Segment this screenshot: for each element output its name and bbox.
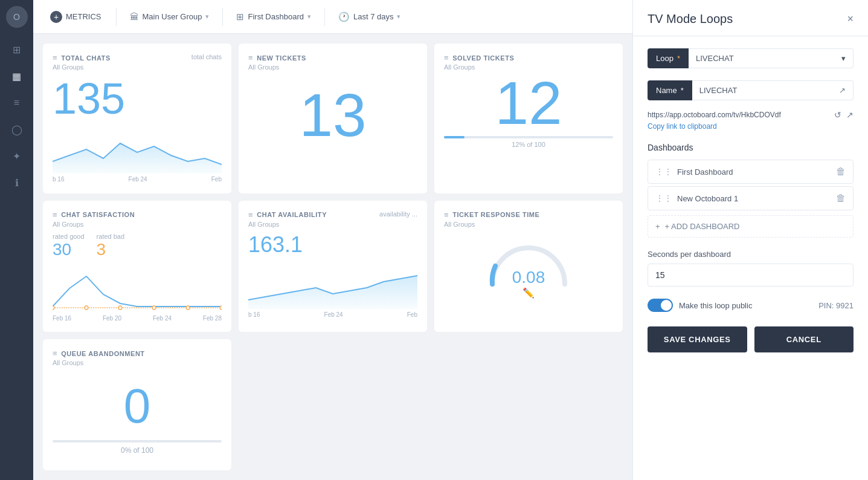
add-dashboard-button[interactable]: + + ADD DASHBOARD — [648, 215, 854, 238]
sidebar-icon-tools[interactable]: ✦ — [6, 145, 28, 167]
chevron-down-icon-3: ▾ — [397, 13, 400, 21]
dashboard-item-name: First Dashboard — [677, 167, 831, 177]
sidebar-icon-home[interactable]: ⊞ — [6, 39, 28, 60]
asterisk-icon: * — [677, 54, 680, 63]
dashboard-grid: ≡ TOTAL CHATS All Groups total chats 135 — [33, 34, 632, 480]
divider-1 — [116, 8, 117, 26]
date-labels: b 16 Feb 24 Feb — [248, 311, 417, 318]
svg-point-3 — [118, 306, 122, 310]
group-selector[interactable]: 🏛 Main User Group ▾ — [124, 8, 216, 25]
widget-title: ≡ NEW TICKETS — [248, 53, 417, 62]
widget-value: 0 — [53, 378, 222, 434]
gauge-container: 0.08 — [444, 233, 613, 293]
percent-text: 12% of 100 — [444, 141, 613, 148]
refresh-icon[interactable]: ↺ — [834, 110, 841, 120]
stat-good: rated good 30 — [53, 233, 85, 259]
cancel-button[interactable]: CANCEL — [754, 326, 854, 352]
line-chart-satisfaction — [53, 264, 222, 313]
widget-title: ≡ CHAT SATISFACTION — [53, 210, 222, 219]
loop-label: Loop * — [648, 48, 689, 68]
save-changes-button[interactable]: SAVE CHANGES — [648, 326, 747, 352]
link-url: https://app.octoboard.com/tv/HkbCDOVdf — [648, 111, 829, 119]
widget-title: ≡ TICKET RESPONSE TIME — [444, 210, 613, 219]
dashboard-item-1: ⋮⋮ First Dashboard 🗑 — [648, 160, 854, 184]
time-selector[interactable]: 🕐 Last 7 days ▾ — [332, 8, 407, 26]
sidebar: O ⊞ ▦ ≡ ◯ ✦ ℹ — [0, 0, 33, 480]
main-content: + METRICS 🏛 Main User Group ▾ ⊞ First Da… — [33, 0, 632, 480]
plus-icon: + — [50, 11, 62, 23]
time-label: Last 7 days — [353, 12, 394, 21]
public-row: Make this loop public PIN: 9921 — [648, 299, 854, 312]
toggle-wrap: Make this loop public — [648, 299, 752, 312]
name-input[interactable]: LIVECHAT ↗ — [692, 80, 854, 100]
dashboards-section-title: Dashboards — [648, 143, 854, 152]
svg-point-4 — [152, 306, 156, 310]
public-toggle[interactable] — [648, 299, 673, 312]
availability-icon: ≡ — [248, 210, 253, 219]
widget-title: ≡ SOLVED TICKETS — [444, 53, 613, 62]
widget-value: 163.1 — [248, 234, 417, 256]
solved-icon: ≡ — [444, 53, 449, 62]
widget-queue-abandonment: ≡ QUEUE ABANDONMENT All Groups 0 0% of 1… — [43, 339, 231, 470]
sidebar-icon-dashboard[interactable]: ▦ — [6, 65, 28, 87]
svg-point-2 — [85, 306, 88, 310]
widget-value: 135 — [53, 77, 222, 120]
drag-handle-icon[interactable]: ⋮⋮ — [655, 167, 672, 177]
divider-3 — [324, 8, 325, 26]
divider-2 — [222, 8, 223, 26]
name-row: Name * LIVECHAT ↗ — [648, 80, 854, 100]
panel-title: TV Mode Loops — [648, 12, 733, 26]
line-chart — [53, 125, 222, 174]
loop-select[interactable]: LIVECHAT ▾ — [689, 48, 854, 68]
make-public-label: Make this loop public — [679, 301, 752, 310]
widget-stats: rated good 30 rated bad 3 — [53, 233, 222, 259]
chart-area — [53, 264, 222, 313]
right-panel: TV Mode Loops × Loop * LIVECHAT ▾ Name *… — [632, 0, 868, 480]
action-row: SAVE CHANGES CANCEL — [648, 326, 854, 352]
dashboard-selector[interactable]: ⊞ First Dashboard ▾ — [230, 8, 317, 26]
widget-subtitle: All Groups — [444, 221, 613, 228]
close-button[interactable]: × — [847, 13, 854, 25]
drag-handle-icon-2[interactable]: ⋮⋮ — [655, 193, 672, 203]
svg-text:0.08: 0.08 — [512, 268, 545, 287]
widget-label: total chats — [191, 53, 222, 60]
chart-area — [248, 261, 417, 309]
chart-area — [53, 125, 222, 174]
seconds-input[interactable] — [648, 264, 854, 287]
topbar: + METRICS 🏛 Main User Group ▾ ⊞ First Da… — [33, 0, 632, 34]
widget-solved-tickets: ≡ SOLVED TICKETS All Groups 12 12% of 10… — [434, 44, 623, 193]
queue-icon: ≡ — [53, 349, 57, 358]
widget-value: 12 — [495, 73, 562, 133]
copy-link-button[interactable]: Copy link to clipboard — [648, 122, 854, 131]
widget-new-tickets: ≡ NEW TICKETS All Groups 13 — [239, 44, 427, 193]
percent-bar — [444, 136, 613, 138]
widget-chat-availability: ≡ CHAT AVAILABILITY All Groups availabil… — [239, 201, 427, 332]
sidebar-icon-contacts[interactable]: ◯ — [6, 118, 28, 140]
metrics-label: METRICS — [66, 12, 101, 21]
dashboard-name: First Dashboard — [248, 12, 303, 21]
response-icon: ≡ — [444, 210, 449, 219]
asterisk-icon-2: * — [681, 86, 684, 95]
chart-icon: ≡ — [53, 53, 57, 62]
delete-dashboard-1-button[interactable]: 🗑 — [836, 166, 846, 177]
widget-subtitle: All Groups — [53, 221, 222, 228]
seconds-label: Seconds per dashboard — [648, 250, 854, 259]
ticket-icon: ≡ — [248, 53, 253, 62]
add-metrics-button[interactable]: + METRICS — [43, 7, 109, 27]
panel-header: TV Mode Loops × — [633, 0, 868, 36]
svg-point-5 — [186, 306, 190, 310]
edit-icon[interactable]: ✏️ — [444, 287, 613, 299]
svg-point-1 — [53, 306, 54, 310]
toggle-knob — [661, 300, 672, 311]
link-external-icon: ↗ — [839, 86, 846, 95]
delete-dashboard-2-button[interactable]: 🗑 — [836, 193, 846, 204]
percent-text: 0% of 100 — [53, 440, 222, 455]
chevron-down-icon-2: ▾ — [307, 13, 311, 21]
name-label: Name * — [648, 80, 692, 100]
sidebar-icon-info[interactable]: ℹ — [6, 172, 28, 193]
satisfaction-icon: ≡ — [53, 210, 57, 219]
external-link-icon[interactable]: ↗ — [846, 110, 854, 120]
sidebar-icon-reports[interactable]: ≡ — [6, 92, 28, 114]
widget-subtitle: All Groups — [53, 63, 222, 71]
widget-title: ≡ QUEUE ABANDONMENT — [53, 349, 222, 358]
